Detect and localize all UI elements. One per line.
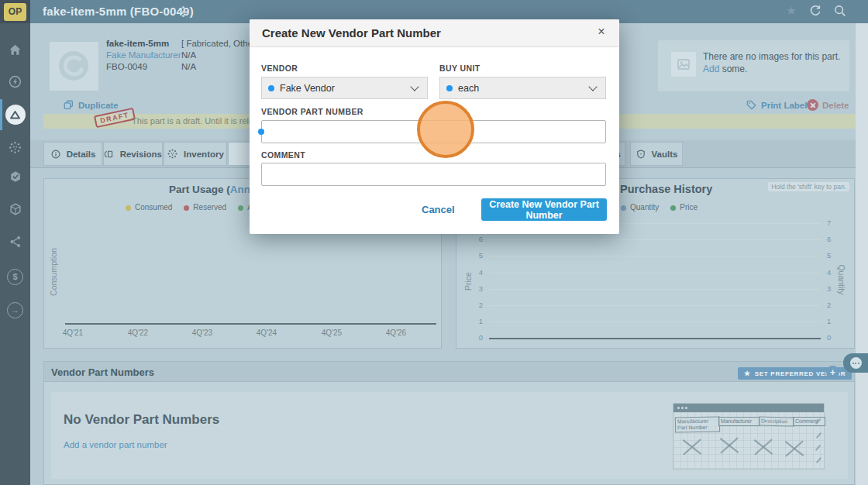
hexagon-check-icon	[9, 170, 22, 184]
comment-textarea[interactable]	[261, 163, 606, 186]
legend-item-quantity: Quantity	[621, 203, 659, 212]
parts-icon	[5, 105, 26, 125]
apps-dots-icon	[8, 140, 22, 155]
part-value-3: N/A	[181, 62, 196, 71]
vendor-section-header: Vendor Part Numbers ★ SET PREFERRED VEND…	[43, 361, 855, 382]
sidebar-item-apps[interactable]	[0, 132, 30, 163]
sidebar-item-billing[interactable]: $	[0, 261, 30, 292]
add-vendor-part-link[interactable]: Add a vendor part number	[64, 440, 167, 449]
create-vendor-part-modal: Create New Vendor Part Number × VENDOR F…	[250, 19, 619, 234]
no-images-suffix: some.	[719, 64, 747, 74]
y-axis-label-quantity: Quantity	[837, 253, 846, 307]
delete-x-icon	[807, 99, 818, 111]
purchase-history-title: Purchase History	[620, 183, 712, 195]
illustration-mark	[816, 432, 822, 439]
gridline	[489, 322, 821, 322]
vendor-part-number-input[interactable]	[261, 120, 606, 143]
sidebar-item-parts[interactable]	[0, 99, 30, 130]
y-tick-right: 6	[827, 235, 841, 243]
add-images-link[interactable]: Add	[703, 64, 719, 74]
illustration-x-mark	[784, 438, 805, 459]
tab-vaults[interactable]: Vaults	[630, 142, 683, 166]
vendor-part-number-label: VENDOR PART NUMBER	[261, 107, 363, 116]
y-tick-left: 3	[469, 284, 483, 293]
tab-revisions[interactable]: Revisions	[103, 142, 163, 166]
gridline	[489, 289, 821, 290]
kebab-menu-icon[interactable]	[182, 6, 185, 18]
part-thumbnail[interactable]	[50, 42, 98, 91]
duplicate-button[interactable]: Duplicate	[63, 99, 119, 111]
x-tick: 4Q'26	[379, 328, 413, 337]
x-tick: 4Q'25	[315, 328, 349, 337]
part-manufacturer-link[interactable]: Fake Manufacturer	[106, 50, 181, 60]
sidebar-item-share[interactable]	[0, 226, 30, 257]
part-type: [ Fabricated, Other ]	[181, 39, 260, 48]
no-images-text: There are no images for this part.	[703, 51, 840, 62]
vendor-section-body: No Vendor Part Numbers Add a vendor part…	[43, 382, 855, 485]
cube-icon	[9, 202, 22, 216]
y-tick-right: 1	[827, 317, 841, 325]
cancel-button[interactable]: Cancel	[422, 204, 455, 215]
illustration-column: Manufacturer Part Number	[675, 416, 720, 432]
illustration-mark	[816, 457, 822, 463]
y-tick-left: 2	[469, 301, 483, 309]
sidebar-item-inventory-box[interactable]	[0, 194, 30, 225]
chevron-down-icon	[588, 82, 597, 91]
create-vendor-part-submit-button[interactable]: Create New Vendor Part Number	[481, 198, 607, 221]
app-window: fake-item-5mm (FBO-0049) ★ OP	[0, 0, 868, 485]
tab-details[interactable]: Details	[43, 142, 102, 166]
delete-button[interactable]: Delete	[807, 99, 849, 111]
page-title: fake-item-5mm (FBO-0049)	[43, 5, 194, 18]
sidebar-item-home[interactable]	[0, 34, 30, 65]
refresh-icon[interactable]	[808, 4, 822, 18]
required-dot-icon	[268, 85, 274, 91]
sidebar-item-go[interactable]: →	[0, 294, 30, 325]
gridline	[489, 305, 821, 306]
modal-header: Create New Vendor Part Number ×	[250, 19, 619, 47]
y-tick-right: 4	[827, 268, 841, 277]
buy-unit-select-value: each	[458, 83, 590, 94]
y-tick-right: 2	[827, 301, 841, 309]
buy-unit-select[interactable]: each	[439, 77, 606, 99]
y-tick-right: 7	[827, 218, 841, 227]
modal-title: Create New Vendor Part Number	[262, 26, 441, 40]
sidebar-item-dashboard[interactable]	[0, 66, 30, 97]
app-logo-cell: OP	[0, 0, 30, 23]
y-tick-right: 3	[827, 284, 841, 293]
page-scrollbar[interactable]	[856, 23, 868, 485]
chat-widget-tab[interactable]	[843, 353, 868, 373]
illustration-window-bar	[673, 404, 824, 412]
required-dot-icon	[258, 129, 264, 135]
y-axis-label-price: Price	[463, 258, 473, 304]
x-tick: 4Q'22	[121, 328, 155, 337]
vendor-select[interactable]: Fake Vendor	[261, 77, 428, 99]
search-icon[interactable]	[833, 4, 847, 18]
sidebar-item-quality[interactable]	[0, 161, 30, 192]
gridline	[489, 239, 821, 240]
chevron-down-icon	[410, 82, 418, 91]
legend-item-price: Price	[670, 203, 698, 212]
part-logo-placeholder	[50, 42, 98, 91]
add-vendor-part-button[interactable]: +	[826, 366, 839, 379]
print-label-button[interactable]: Print Label	[746, 99, 807, 111]
y-tick-left: 1	[469, 317, 483, 325]
y-axis-label-consumption: Consumption	[49, 237, 58, 307]
illustration-x-mark	[753, 436, 774, 458]
app-logo[interactable]: OP	[4, 3, 26, 21]
part-number: FBO-0049	[106, 62, 147, 71]
legend-item-reserved: Reserved	[184, 203, 226, 212]
home-icon	[8, 43, 22, 57]
gridline	[489, 256, 821, 256]
info-icon	[50, 149, 61, 160]
illustration-column: Description	[759, 416, 794, 426]
tab-inventory[interactable]: Inventory	[164, 142, 227, 166]
sidebar-nav: $ →	[0, 23, 30, 485]
favorite-star-icon[interactable]: ★	[784, 3, 799, 20]
illustration-mark	[815, 445, 821, 451]
copy-icon	[63, 99, 74, 111]
vendor-select-value: Fake Vendor	[280, 83, 412, 94]
close-icon[interactable]: ×	[594, 25, 608, 39]
vendor-label: VENDOR	[261, 64, 298, 73]
comment-label: COMMENT	[261, 150, 305, 160]
y-tick-left: 6	[469, 235, 483, 243]
